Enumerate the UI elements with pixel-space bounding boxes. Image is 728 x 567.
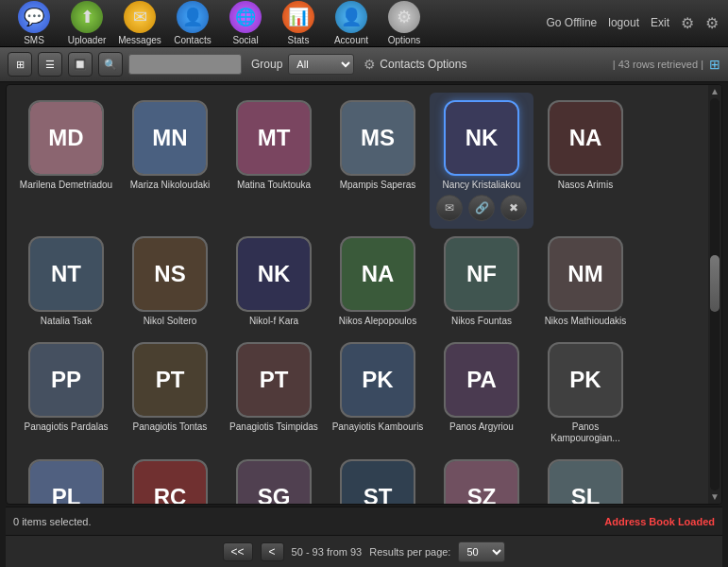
contact-card[interactable]: NK Nancy Kristaliakou ✉ 🔗 ✖ — [430, 93, 533, 229]
nav-item-account[interactable]: 👤 Account — [327, 1, 376, 45]
contact-card[interactable]: SZ Sofia Zerva — [430, 452, 533, 504]
contact-card[interactable]: PA Panos Argyriou — [430, 335, 533, 452]
contact-card[interactable]: MS Mpampis Saperas — [326, 93, 430, 229]
contact-photo: NK — [236, 236, 312, 312]
group-select[interactable]: All Family Friends Work — [288, 54, 354, 75]
contact-name: Marilena Demetriadou — [20, 180, 112, 191]
scroll-track[interactable] — [710, 98, 720, 490]
contact-card[interactable]: NA Nikos Alepopoulos — [326, 229, 430, 335]
contact-photo: NA — [340, 236, 415, 312]
top-right-actions: Go Offline logout Exit ⚙ ⚙ — [546, 14, 719, 32]
go-offline-link[interactable]: Go Offline — [546, 16, 597, 29]
scroll-down-arrow[interactable]: ▼ — [710, 492, 720, 502]
nav-label-uploader: Uploader — [68, 35, 107, 45]
top-bar: 💬 SMS ⬆ Uploader ✉ Messages 👤 Contacts 🌐… — [0, 0, 728, 47]
account-icon: 👤 — [335, 1, 367, 33]
nav-label-contacts: Contacts — [174, 35, 211, 45]
filter-btn[interactable]: 🔲 — [68, 52, 93, 77]
contact-card[interactable]: MT Matina Touktouka — [222, 93, 326, 229]
contact-card[interactable]: PL Petros Lytrivis — [14, 452, 118, 504]
contact-card[interactable]: PP Panagiotis Pardalas — [14, 335, 118, 452]
contact-card[interactable]: NK Nikol-f Kara — [222, 229, 326, 335]
contact-name: Nikos Fountas — [451, 316, 512, 327]
contact-photo: PP — [28, 342, 104, 418]
stats-icon: 📊 — [282, 1, 314, 33]
contacts-grid: MD Marilena Demetriadou MN Mariza Nikolo… — [7, 85, 708, 504]
contact-card[interactable]: SG Savvas Grammatopo... — [222, 452, 326, 504]
first-page-btn[interactable]: << — [223, 542, 253, 561]
contact-name: Nancy Kristaliakou — [443, 180, 521, 191]
contact-card[interactable]: SL Sonia Latsoudi — [533, 452, 637, 504]
contacts-options-label: Contacts Options — [380, 58, 466, 71]
contact-card[interactable]: PT Panagiotis Tontas — [118, 335, 222, 452]
rows-retrieved: | 43 rows retrieved | ⊞ — [613, 57, 720, 72]
nav-item-stats[interactable]: 📊 Stats — [274, 1, 323, 45]
contact-card[interactable]: PK Panayiotis Kambouris — [326, 335, 430, 452]
contact-name: Panayiotis Kambouris — [332, 421, 424, 433]
nav-item-options[interactable]: ⚙ Options — [380, 1, 429, 45]
contact-photo: SG — [236, 459, 312, 504]
contacts-options-btn[interactable]: ⚙ Contacts Options — [364, 57, 466, 72]
nav-item-messages[interactable]: ✉ Messages — [115, 1, 164, 45]
contact-name: Panos Argyriou — [449, 421, 514, 433]
contact-name: Panos Kampourogian... — [537, 421, 634, 444]
pagination-bar: << < 50 - 93 from 93 Results per page: 2… — [6, 535, 722, 567]
contact-card[interactable]: NT Natalia Tsak — [14, 229, 118, 335]
contact-photo: MT — [236, 100, 312, 176]
scroll-up-arrow[interactable]: ▲ — [710, 87, 720, 96]
contacts-icon: 👤 — [177, 1, 209, 33]
contact-photo: MN — [132, 100, 208, 176]
message-action-icon[interactable]: ✉ — [436, 195, 463, 221]
group-label: Group — [251, 58, 282, 71]
status-bar: 0 items selected. Address Book Loaded — [6, 507, 722, 535]
contact-card[interactable]: PK Panos Kampourogian... — [533, 335, 637, 452]
list-view-btn[interactable]: ☰ — [38, 52, 62, 77]
nav-item-sms[interactable]: 💬 SMS — [9, 1, 59, 45]
contact-name: Mariza Nikoloudaki — [130, 180, 210, 191]
search-btn[interactable]: 🔍 — [98, 52, 123, 77]
contact-card[interactable]: RC Roger Cane — [118, 452, 222, 504]
nav-item-contacts[interactable]: 👤 Contacts — [168, 1, 217, 45]
contact-photo: NT — [28, 236, 104, 312]
contact-photo: PK — [548, 342, 623, 418]
nav-label-sms: SMS — [24, 35, 44, 45]
contact-name: Panagiotis Tontas — [133, 421, 208, 433]
scrollbar[interactable]: ▲ ▼ — [708, 85, 721, 504]
close-action-icon[interactable]: ✖ — [500, 195, 527, 221]
nav-label-options: Options — [388, 35, 420, 45]
scroll-thumb[interactable] — [710, 255, 720, 312]
contact-card[interactable]: NF Nikos Fountas — [430, 229, 533, 335]
contact-name: Nikol-f Kara — [249, 316, 298, 327]
nav-item-social[interactable]: 🌐 Social — [221, 1, 270, 45]
link-action-icon[interactable]: 🔗 — [468, 195, 495, 221]
contact-card[interactable]: NM Nikos Mathioudakis — [533, 229, 637, 335]
contact-card[interactable]: PT Panagiotis Tsimpidas — [222, 335, 326, 452]
contact-card[interactable]: NS Nikol Soltero — [118, 229, 222, 335]
contact-name: Nasos Arimis — [558, 180, 613, 191]
contact-name: Mpampis Saperas — [340, 180, 416, 191]
exit-link[interactable]: Exit — [651, 16, 669, 29]
contact-name: Nikos Mathioudakis — [545, 316, 627, 327]
contact-name: Panagiotis Pardalas — [25, 421, 109, 433]
contact-photo: NK — [444, 100, 519, 176]
social-icon: 🌐 — [229, 1, 262, 33]
grid-icon[interactable]: ⊞ — [709, 57, 720, 72]
contact-photo: PK — [340, 342, 415, 418]
contact-photo: RC — [132, 459, 208, 504]
per-page-select[interactable]: 25 50 100 — [458, 541, 505, 562]
contact-card[interactable]: ST Savvas Temirtsidis — [326, 452, 430, 504]
contact-card[interactable]: NA Nasos Arimis — [533, 93, 637, 229]
settings-icon[interactable]: ⚙ — [681, 14, 694, 32]
app-container: 💬 SMS ⬆ Uploader ✉ Messages 👤 Contacts 🌐… — [0, 0, 728, 567]
contact-photo: PT — [236, 342, 312, 418]
info-icon[interactable]: ⚙ — [705, 14, 719, 32]
contact-photo: SL — [548, 459, 623, 504]
contact-card[interactable]: MD Marilena Demetriadou — [14, 93, 118, 229]
logout-link[interactable]: logout — [608, 16, 639, 29]
contact-card[interactable]: MN Mariza Nikoloudaki — [118, 93, 222, 229]
prev-page-btn[interactable]: < — [261, 542, 284, 561]
nav-label-social: Social — [232, 35, 258, 45]
nav-item-uploader[interactable]: ⬆ Uploader — [62, 1, 111, 45]
search-input[interactable] — [128, 54, 242, 75]
view-toggle-btn[interactable]: ⊞ — [8, 52, 32, 77]
